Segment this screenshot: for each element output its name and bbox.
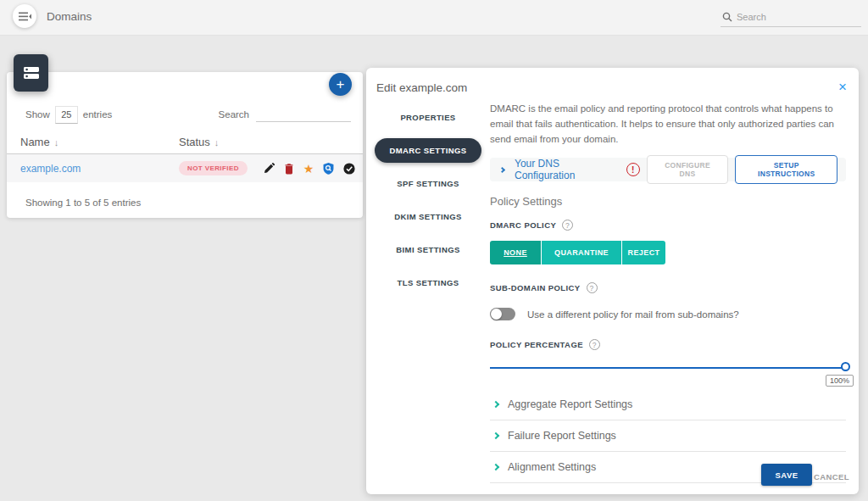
scan-shield-icon[interactable]	[323, 163, 334, 175]
chevron-right-icon	[492, 401, 499, 408]
chevron-right-icon	[492, 432, 499, 439]
close-icon[interactable]: ×	[838, 81, 847, 93]
domains-list-card: Show 25 entries Search Name↓ Status↓ exa…	[7, 72, 363, 218]
domains-card-icon-tile	[14, 54, 48, 92]
subdomain-policy-label: SUB-DOMAIN POLICY ?	[490, 282, 846, 293]
dns-icon	[23, 64, 40, 81]
policy-option-reject[interactable]: REJECT	[621, 241, 665, 264]
settings-nav: PROPERTIES DMARC SETTINGS SPF SETTINGS D…	[366, 100, 490, 483]
setup-instructions-button[interactable]: SETUP INSTRUCTIONS	[735, 155, 837, 184]
save-button[interactable]: SAVE	[761, 464, 812, 486]
edit-domain-modal: Edit example.com × PROPERTIES DMARC SETT…	[366, 68, 859, 494]
modal-footer: SAVE CANCEL	[366, 462, 859, 486]
entries-per-page-select[interactable]: 25	[55, 106, 78, 124]
sort-arrow-icon: ↓	[214, 137, 220, 148]
column-header-status[interactable]: Status↓	[179, 136, 219, 148]
topbar: Domains	[0, 0, 868, 36]
nav-item-tls-settings[interactable]: TLS SETTINGS	[386, 270, 471, 295]
nav-item-properties[interactable]: PROPERTIES	[388, 105, 467, 130]
configure-dns-button[interactable]: CONFIGURE DNS	[647, 155, 729, 184]
cancel-button[interactable]: CANCEL	[814, 472, 849, 482]
help-icon[interactable]: ?	[562, 220, 573, 231]
table-row: example.com NOT VERIFIED ★	[7, 154, 363, 182]
policy-percentage-slider: 100%	[490, 362, 846, 374]
status-badge: NOT VERIFIED	[179, 161, 248, 175]
policy-option-quarantine[interactable]: QUARANTINE	[541, 241, 621, 264]
page-title: Domains	[47, 0, 92, 36]
table-controls: Show 25 entries Search	[25, 104, 351, 125]
dns-configuration-link[interactable]: Your DNS Configuration	[515, 158, 620, 181]
table-search-input[interactable]	[256, 107, 351, 122]
modal-body: PROPERTIES DMARC SETTINGS SPF SETTINGS D…	[366, 97, 859, 483]
sort-arrow-icon: ↓	[54, 137, 59, 148]
modal-header: Edit example.com ×	[366, 68, 859, 97]
delete-icon[interactable]	[284, 163, 294, 175]
table-footer-info: Showing 1 to 5 of 5 entries	[25, 198, 141, 208]
nav-item-dmarc-settings[interactable]: DMARC SETTINGS	[375, 138, 481, 163]
search-icon	[722, 12, 732, 22]
slider-value-tooltip: 100%	[826, 375, 854, 387]
column-header-name[interactable]: Name↓	[7, 136, 179, 148]
menu-toggle-button[interactable]	[13, 4, 36, 28]
add-domain-button[interactable]: +	[329, 73, 352, 96]
slider-handle[interactable]	[841, 362, 850, 371]
policy-settings-title: Policy Settings	[490, 195, 846, 208]
aggregate-report-settings-section[interactable]: Aggregate Report Settings	[490, 389, 846, 420]
failure-report-settings-section[interactable]: Failure Report Settings	[490, 420, 846, 452]
table-header: Name↓ Status↓	[7, 130, 363, 154]
slider-track[interactable]	[490, 367, 846, 369]
subdomain-policy-toggle[interactable]	[490, 308, 515, 320]
domain-name-link[interactable]: example.com	[7, 163, 179, 175]
chevron-right-icon[interactable]	[499, 167, 505, 173]
global-search-input[interactable]	[737, 12, 847, 22]
dmarc-policy-segmented-control: NONE QUARANTINE REJECT	[490, 241, 846, 264]
modal-title: Edit example.com	[376, 81, 467, 94]
edit-icon[interactable]	[264, 163, 275, 174]
verify-seal-icon[interactable]	[343, 163, 355, 175]
nav-item-dkim-settings[interactable]: DKIM SETTINGS	[382, 204, 474, 229]
nav-item-spf-settings[interactable]: SPF SETTINGS	[385, 171, 470, 196]
nav-item-bimi-settings[interactable]: BIMI SETTINGS	[384, 237, 471, 262]
help-icon[interactable]: ?	[587, 282, 598, 293]
dmarc-settings-panel: DMARC is the email policy and reporting …	[490, 100, 863, 483]
subdomain-toggle-row: Use a different policy for mail from sub…	[490, 308, 846, 320]
warning-icon: !	[626, 163, 640, 176]
dmarc-policy-label: DMARC POLICY ?	[490, 220, 846, 231]
dns-configuration-bar: Your DNS Configuration ! CONFIGURE DNS S…	[490, 158, 846, 181]
show-label: Show	[25, 109, 50, 120]
menu-open-icon	[19, 12, 31, 21]
favorite-star-icon[interactable]: ★	[303, 163, 314, 175]
table-search-label: Search	[219, 109, 249, 120]
dmarc-description: DMARC is the email policy and reporting …	[490, 102, 846, 147]
global-search[interactable]	[721, 7, 861, 27]
row-actions: ★	[264, 163, 356, 175]
help-icon[interactable]: ?	[589, 339, 600, 350]
entries-label: entries	[83, 109, 113, 120]
policy-percentage-label: POLICY PERCENTAGE ?	[490, 339, 846, 350]
policy-option-none[interactable]: NONE	[490, 241, 541, 264]
subdomain-toggle-label: Use a different policy for mail from sub…	[527, 309, 739, 320]
